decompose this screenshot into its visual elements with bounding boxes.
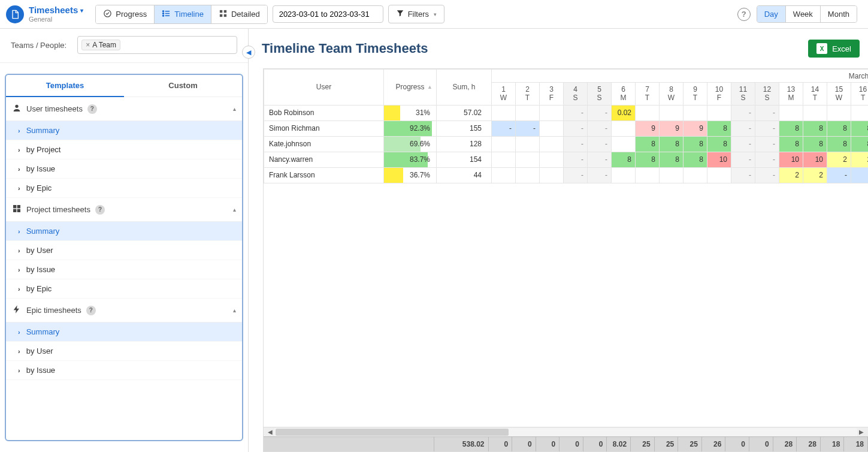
- day-cell[interactable]: 2: [779, 167, 803, 183]
- day-cell[interactable]: -: [588, 167, 612, 183]
- day-cell[interactable]: [707, 105, 731, 120]
- day-header[interactable]: 7T: [636, 83, 660, 106]
- day-cell[interactable]: -: [564, 152, 588, 167]
- day-header[interactable]: 3F: [540, 83, 564, 106]
- horizontal-scrollbar[interactable]: ◀ ▶: [264, 427, 868, 436]
- day-cell[interactable]: -: [731, 136, 755, 152]
- detailed-view-button[interactable]: Detailed: [211, 5, 267, 23]
- user-cell[interactable]: Nancy.warren: [264, 152, 384, 167]
- day-cell[interactable]: -: [588, 105, 612, 120]
- help-button[interactable]: ?: [737, 8, 751, 21]
- day-cell[interactable]: -: [564, 120, 588, 136]
- day-cell[interactable]: [827, 105, 851, 120]
- day-cell[interactable]: -: [731, 152, 755, 167]
- day-cell[interactable]: 8: [851, 120, 869, 136]
- progress-view-button[interactable]: Progress: [96, 5, 155, 23]
- day-cell[interactable]: 8: [851, 136, 869, 152]
- day-cell[interactable]: [683, 167, 707, 183]
- day-cell[interactable]: -: [731, 167, 755, 183]
- day-cell[interactable]: 9: [660, 120, 683, 136]
- day-cell[interactable]: [540, 152, 564, 167]
- day-cell[interactable]: 8: [707, 136, 731, 152]
- day-header[interactable]: 16T: [851, 83, 869, 106]
- col-user[interactable]: User: [264, 70, 384, 106]
- day-cell[interactable]: [492, 105, 516, 120]
- day-cell[interactable]: [612, 167, 636, 183]
- day-cell[interactable]: [707, 167, 731, 183]
- day-cell[interactable]: 8: [827, 120, 851, 136]
- user-cell[interactable]: Kate.johnson: [264, 136, 384, 152]
- section-header[interactable]: User timesheets?▴: [6, 97, 242, 121]
- remove-tag-icon[interactable]: ×: [86, 41, 90, 49]
- day-cell[interactable]: [660, 105, 683, 120]
- day-cell[interactable]: [612, 136, 636, 152]
- day-cell[interactable]: [803, 105, 827, 120]
- template-item[interactable]: ›by Issue: [6, 159, 242, 179]
- day-cell[interactable]: 8: [803, 120, 827, 136]
- day-cell[interactable]: 8: [660, 136, 683, 152]
- template-item[interactable]: ›by Issue: [6, 260, 242, 279]
- day-cell[interactable]: [612, 120, 636, 136]
- day-header[interactable]: 4S: [564, 83, 588, 106]
- day-cell[interactable]: [540, 136, 564, 152]
- scroll-thumb[interactable]: [276, 429, 509, 436]
- day-cell[interactable]: [636, 167, 660, 183]
- day-header[interactable]: 10F: [707, 83, 731, 106]
- day-cell[interactable]: [683, 105, 707, 120]
- help-icon[interactable]: ?: [95, 205, 105, 215]
- template-item[interactable]: ›Summary: [6, 323, 242, 342]
- day-cell[interactable]: 0.02: [612, 105, 636, 120]
- day-cell[interactable]: -: [731, 105, 755, 120]
- template-item[interactable]: ›by User: [6, 241, 242, 260]
- day-cell[interactable]: -: [588, 136, 612, 152]
- day-header[interactable]: 1W: [492, 83, 516, 106]
- template-item[interactable]: ›by Epic: [6, 179, 242, 198]
- day-header[interactable]: 5S: [588, 83, 612, 106]
- day-header[interactable]: 9T: [683, 83, 707, 106]
- day-cell[interactable]: [492, 136, 516, 152]
- day-header[interactable]: 11S: [731, 83, 755, 106]
- day-cell[interactable]: -: [492, 120, 516, 136]
- export-excel-button[interactable]: X Excel: [808, 40, 860, 58]
- template-item[interactable]: ›Summary: [6, 121, 242, 140]
- day-header[interactable]: 2T: [516, 83, 540, 106]
- day-header[interactable]: 13M: [779, 83, 803, 106]
- day-cell[interactable]: [636, 105, 660, 120]
- day-cell[interactable]: 8: [683, 136, 707, 152]
- day-cell[interactable]: 2: [803, 167, 827, 183]
- day-cell[interactable]: 8: [707, 120, 731, 136]
- day-cell[interactable]: 8: [636, 136, 660, 152]
- filters-button[interactable]: Filters ▾: [388, 5, 444, 23]
- day-header[interactable]: 15W: [827, 83, 851, 106]
- day-cell[interactable]: [516, 136, 540, 152]
- template-item[interactable]: ›Summary: [6, 222, 242, 241]
- section-header[interactable]: Project timesheets?▴: [6, 198, 242, 222]
- day-cell[interactable]: 8: [827, 136, 851, 152]
- brand[interactable]: Timesheets▾ General: [6, 5, 83, 23]
- day-cell[interactable]: [540, 120, 564, 136]
- col-progress[interactable]: Progress▲: [384, 70, 437, 106]
- tab-custom[interactable]: Custom: [124, 75, 242, 97]
- day-cell[interactable]: 2: [851, 152, 869, 167]
- day-cell[interactable]: 8: [612, 152, 636, 167]
- day-cell[interactable]: -: [755, 167, 779, 183]
- day-cell[interactable]: 8: [636, 152, 660, 167]
- day-cell[interactable]: -: [755, 136, 779, 152]
- day-cell[interactable]: -: [588, 152, 612, 167]
- user-cell[interactable]: Bob Robinson: [264, 105, 384, 120]
- collapse-sidebar-button[interactable]: ◀: [242, 46, 255, 59]
- day-cell[interactable]: 9: [636, 120, 660, 136]
- day-cell[interactable]: 2: [827, 152, 851, 167]
- day-cell[interactable]: 10: [779, 152, 803, 167]
- day-cell[interactable]: 8: [660, 152, 683, 167]
- day-cell[interactable]: 9: [683, 120, 707, 136]
- day-cell[interactable]: 10: [803, 152, 827, 167]
- week-button[interactable]: Week: [786, 6, 821, 22]
- help-icon[interactable]: ?: [87, 104, 97, 114]
- day-cell[interactable]: [851, 105, 869, 120]
- teams-input[interactable]: × A Team: [77, 36, 237, 54]
- day-header[interactable]: 14T: [803, 83, 827, 106]
- section-header[interactable]: Epic timesheets?▴: [6, 299, 242, 323]
- day-cell[interactable]: 8: [779, 136, 803, 152]
- day-cell[interactable]: 8: [683, 152, 707, 167]
